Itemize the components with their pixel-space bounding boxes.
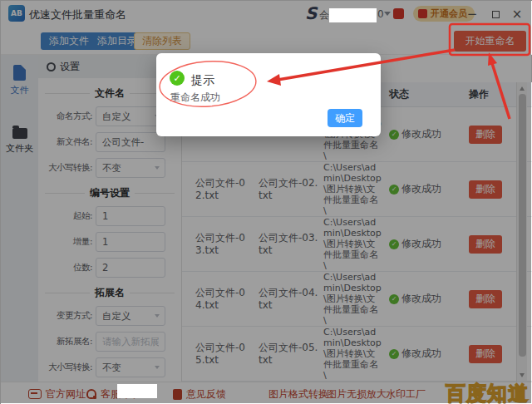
baidu-zhidao-watermark: 百度知道	[446, 380, 529, 404]
redaction-box	[117, 384, 157, 398]
message-dialog: ✓ 提示 重命名成功 确定	[156, 53, 381, 136]
redaction-box	[329, 8, 377, 22]
success-check-icon: ✓	[170, 71, 185, 86]
ok-button[interactable]: 确定	[328, 109, 362, 127]
dialog-title: 提示	[191, 73, 214, 88]
dialog-message: 重命名成功	[170, 91, 220, 105]
app-window: AB 优速文件批量重命名 S 会员 0 开通会员 − × 添加文件 添加目录 清…	[0, 0, 532, 404]
